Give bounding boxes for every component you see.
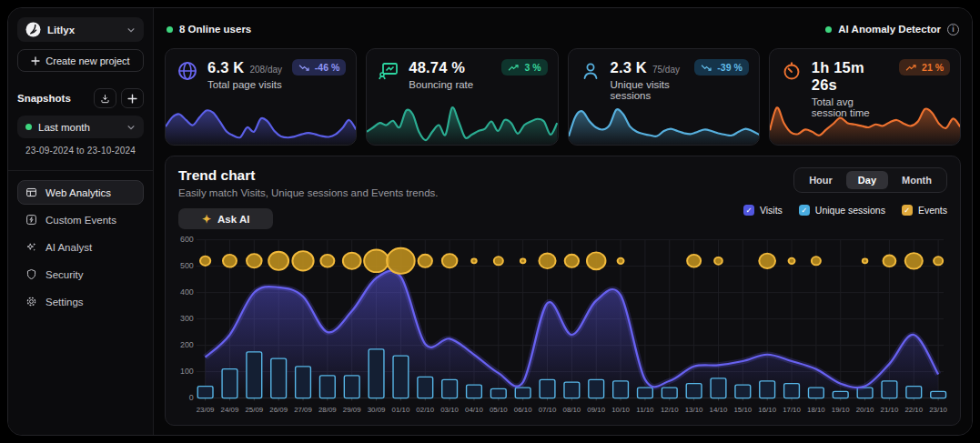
svg-text:21/10: 21/10 bbox=[881, 406, 899, 414]
svg-text:25/09: 25/09 bbox=[245, 406, 263, 414]
sparkline-chart bbox=[367, 100, 557, 145]
sidebar-item-ai-analyst[interactable]: AI Analyst bbox=[17, 235, 144, 259]
sidebar-divider bbox=[8, 170, 153, 171]
legend-unique-sessions[interactable]: ✓ Unique sessions bbox=[799, 205, 885, 216]
svg-text:20/10: 20/10 bbox=[856, 406, 874, 414]
settings-icon bbox=[25, 296, 37, 307]
chevron-down-icon bbox=[126, 123, 136, 132]
svg-text:200: 200 bbox=[180, 341, 194, 350]
svg-text:11/10: 11/10 bbox=[636, 406, 653, 414]
svg-text:07/10: 07/10 bbox=[539, 406, 557, 414]
card-bouncing-rate: 48.74 % Bouncing rate 3 % bbox=[366, 48, 558, 146]
svg-text:01/10: 01/10 bbox=[392, 406, 410, 414]
range-day-button[interactable]: Day bbox=[846, 171, 888, 189]
info-icon[interactable]: i bbox=[947, 24, 959, 35]
checkbox-checked-icon: ✓ bbox=[799, 205, 810, 216]
ask-ai-button[interactable]: ✦ Ask AI bbox=[178, 208, 273, 229]
svg-text:06/10: 06/10 bbox=[514, 406, 532, 414]
svg-text:04/10: 04/10 bbox=[465, 406, 483, 414]
globe-icon bbox=[176, 59, 199, 83]
timer-icon bbox=[780, 59, 803, 83]
presentation-icon bbox=[377, 59, 400, 83]
svg-text:400: 400 bbox=[180, 288, 194, 297]
snapshot-export-button[interactable] bbox=[94, 88, 116, 108]
checkbox-checked-icon: ✓ bbox=[902, 205, 913, 216]
sidebar-item-label: Web Analytics bbox=[45, 187, 111, 198]
ai-analyst-icon bbox=[25, 241, 37, 253]
sidebar-item-settings[interactable]: Settings bbox=[17, 289, 144, 314]
sidebar-nav: Web Analytics Custom Events AI Analyst bbox=[17, 180, 144, 314]
stat-label: Unique visits sessions bbox=[611, 79, 687, 101]
online-status-dot bbox=[167, 26, 173, 33]
trend-chart-title: Trend chart bbox=[178, 167, 439, 184]
svg-text:19/10: 19/10 bbox=[832, 406, 850, 414]
sparkline-chart bbox=[770, 100, 960, 145]
stat-value: 2.3 K bbox=[611, 59, 647, 76]
sidebar-item-web-analytics[interactable]: Web Analytics bbox=[17, 180, 144, 205]
custom-events-icon bbox=[25, 214, 37, 226]
svg-text:22/10: 22/10 bbox=[904, 406, 923, 414]
svg-text:13/10: 13/10 bbox=[685, 406, 703, 414]
download-icon bbox=[100, 94, 110, 104]
svg-text:02/10: 02/10 bbox=[416, 406, 434, 414]
stat-label: Total page visits bbox=[207, 79, 284, 90]
main-content: 8 Online users AI Anomaly Detector i bbox=[154, 8, 972, 435]
anomaly-status-dot bbox=[825, 26, 832, 33]
trend-up-icon bbox=[508, 64, 520, 72]
svg-text:09/10: 09/10 bbox=[587, 406, 605, 414]
trend-chart-panel: Trend chart Easily match Visits, Unique … bbox=[165, 156, 961, 426]
litlyx-logo-icon bbox=[25, 22, 41, 37]
sidebar: Litlyx Create new project Snapshots bbox=[8, 8, 154, 435]
svg-text:29/09: 29/09 bbox=[343, 406, 361, 414]
sidebar-item-label: Security bbox=[45, 269, 84, 280]
snapshot-add-button[interactable] bbox=[121, 88, 144, 108]
svg-text:27/09: 27/09 bbox=[294, 406, 312, 414]
card-avg-session-time: 1h 15m 26s Total avg session time 21 % bbox=[769, 48, 961, 146]
range-hour-button[interactable]: Hour bbox=[797, 171, 844, 189]
sparkle-icon: ✦ bbox=[202, 214, 211, 225]
project-selector[interactable]: Litlyx bbox=[17, 17, 144, 42]
sidebar-item-label: Custom Events bbox=[45, 215, 116, 226]
stat-rate: 75/day bbox=[652, 65, 680, 75]
snapshot-date-range: 23-09-2024 to 23-10-2024 bbox=[17, 146, 144, 156]
anomaly-detector-label: AI Anomaly Detector bbox=[838, 24, 941, 35]
svg-text:500: 500 bbox=[180, 262, 194, 271]
svg-text:15/10: 15/10 bbox=[733, 406, 752, 414]
legend-visits[interactable]: ✓ Visits bbox=[743, 205, 783, 216]
svg-text:08/10: 08/10 bbox=[562, 406, 581, 414]
topbar: 8 Online users AI Anomaly Detector i bbox=[165, 17, 961, 41]
card-total-page-visits: 6.3 K 208/day Total page visits -46 % bbox=[165, 48, 357, 146]
trend-down-icon bbox=[701, 64, 712, 72]
project-name: Litlyx bbox=[47, 25, 120, 35]
legend-events[interactable]: ✓ Events bbox=[902, 205, 947, 216]
svg-text:26/09: 26/09 bbox=[269, 406, 288, 414]
sidebar-item-custom-events[interactable]: Custom Events bbox=[17, 207, 144, 232]
trend-chart[interactable]: 010020030040050060023/0924/0925/0926/092… bbox=[178, 237, 947, 421]
create-project-button[interactable]: Create new project bbox=[17, 49, 144, 72]
range-month-button[interactable]: Month bbox=[890, 171, 944, 189]
plus-icon bbox=[127, 94, 137, 104]
trend-chart-subtitle: Easily match Visits, Unique sessions and… bbox=[178, 187, 439, 198]
svg-text:100: 100 bbox=[180, 367, 194, 377]
security-icon bbox=[25, 268, 37, 280]
svg-text:14/10: 14/10 bbox=[710, 406, 728, 414]
svg-text:17/10: 17/10 bbox=[783, 406, 801, 414]
trend-badge: 3 % bbox=[501, 59, 547, 76]
snapshot-period-value: Last month bbox=[38, 122, 120, 133]
stat-label: Bouncing rate bbox=[409, 79, 493, 90]
plus-icon bbox=[31, 56, 40, 65]
sidebar-item-security[interactable]: Security bbox=[17, 262, 144, 287]
snapshot-period-select[interactable]: Last month bbox=[17, 116, 144, 138]
svg-text:23/10: 23/10 bbox=[929, 406, 947, 414]
trend-badge: -39 % bbox=[694, 59, 748, 76]
stat-value: 1h 15m 26s bbox=[812, 59, 885, 94]
svg-text:300: 300 bbox=[180, 315, 194, 324]
card-unique-visits: 2.3 K 75/day Unique visits sessions -39 … bbox=[568, 48, 760, 146]
svg-text:23/09: 23/09 bbox=[197, 406, 215, 414]
svg-text:16/10: 16/10 bbox=[758, 406, 776, 414]
svg-text:24/09: 24/09 bbox=[221, 406, 239, 414]
stat-value: 48.74 % bbox=[409, 59, 465, 76]
range-segmented-control: Hour Day Month bbox=[793, 167, 947, 193]
sparkline-chart bbox=[166, 100, 356, 145]
svg-text:12/10: 12/10 bbox=[661, 406, 679, 414]
